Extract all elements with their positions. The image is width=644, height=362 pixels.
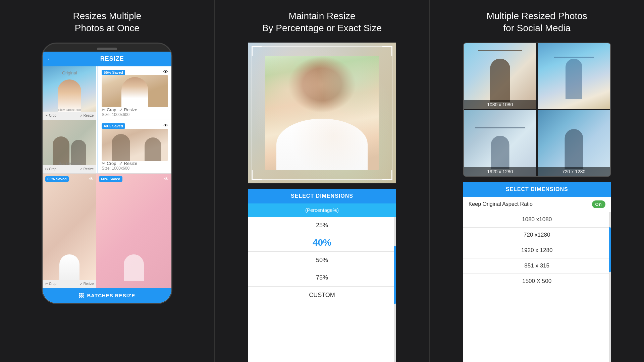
crop-btn-overlay-1[interactable]: ✂ Crop bbox=[102, 107, 116, 112]
photo-thumb-2: ✂ Crop ⤢ Resize Size: 5400x3200 bbox=[43, 120, 96, 173]
eye-icon-2[interactable]: 👁 bbox=[163, 123, 168, 128]
resize-btn-1a[interactable]: ⤢ Resize bbox=[80, 114, 94, 117]
resize-btn-overlay-2[interactable]: ⤢ Resize bbox=[119, 161, 138, 166]
batches-label: BATCHES RESIZE bbox=[87, 293, 135, 298]
crop-photo-inner bbox=[265, 56, 379, 170]
social-photo-3: 1920 x 1280 bbox=[464, 110, 536, 176]
scrollbar-track-3 bbox=[609, 212, 611, 362]
photo-thumb-3: 60% Saved 👁 ✂ Crop ⤢ Resize bbox=[43, 174, 96, 288]
photo-thumb-1: Original ✂ Crop ⤢ Resize Size: 3400x1800 bbox=[43, 66, 96, 120]
eye-icon-3-right[interactable]: 👁 bbox=[164, 176, 169, 182]
crop-frame-background bbox=[248, 43, 396, 183]
social-photo-2 bbox=[538, 43, 610, 109]
select-dim-label-3: SELECT DIMENSIONS bbox=[506, 186, 568, 192]
overlay-detail-2: 40% Saved 👁 ✂ Crop ⤢ Resize Size: 1000x6… bbox=[98, 120, 171, 173]
size-overlay-1: Size: 1000x600 bbox=[102, 112, 168, 117]
photo-label-3: 1920 x 1280 bbox=[464, 167, 536, 176]
photo-label-4: 720 x 1280 bbox=[538, 167, 610, 176]
social-photo-1: 1080 x 1080 bbox=[464, 43, 536, 109]
select-dimensions-label: SELECT DIMENSIONS bbox=[291, 193, 353, 199]
select-dim-bar-3[interactable]: SELECT DIMENSIONS bbox=[463, 182, 611, 197]
photo-label-1: 1080 x 1080 bbox=[464, 100, 536, 109]
scrollbar-thumb[interactable] bbox=[394, 246, 396, 304]
phone-mockup: ← RESIZE Original ✂ Crop ⤢ Resize Si bbox=[42, 43, 172, 304]
social-photo-4: 720 x 1280 bbox=[538, 110, 610, 176]
percentage-bar[interactable]: (Percentage%) bbox=[248, 203, 396, 217]
panel-2-title: Maintain Resize By Percentage or Exact S… bbox=[262, 10, 382, 35]
phone-screen: ← RESIZE Original ✂ Crop ⤢ Resize Si bbox=[43, 52, 171, 303]
crop-resize-row-2: ✂ Crop ⤢ Resize bbox=[102, 161, 168, 166]
photo-list: Original ✂ Crop ⤢ Resize Size: 3400x1800… bbox=[43, 66, 171, 288]
silhouette-arms-1 bbox=[478, 50, 522, 51]
resize-btn-3a[interactable]: ⤢ Resize bbox=[80, 282, 94, 286]
size-overlay-2: Size: 1000x600 bbox=[102, 166, 168, 171]
dim-item-25[interactable]: 25% bbox=[248, 217, 396, 234]
dim-item-custom[interactable]: CUSTOM bbox=[248, 287, 396, 304]
eye-icon-1[interactable]: 👁 bbox=[163, 69, 168, 74]
table-row: Original ✂ Crop ⤢ Resize Size: 3400x1800… bbox=[43, 66, 171, 120]
back-icon[interactable]: ← bbox=[47, 55, 53, 63]
size-label-2a: Size: 5400x3200 bbox=[43, 162, 96, 165]
dim-item-3-1080[interactable]: 1080 x1080 bbox=[463, 212, 611, 228]
dim-item-3-1920[interactable]: 1920 x 1280 bbox=[463, 243, 611, 258]
phone-speaker bbox=[97, 48, 117, 50]
percentage-label: (Percentage%) bbox=[305, 207, 339, 213]
aspect-ratio-label: Keep Original Aspect Ratio bbox=[469, 201, 533, 207]
dim-item-40[interactable]: 40% bbox=[248, 234, 396, 252]
app-header: ← RESIZE bbox=[43, 52, 171, 66]
panel-2: Maintain Resize By Percentage or Exact S… bbox=[214, 0, 430, 362]
dim-item-50[interactable]: 50% bbox=[248, 252, 396, 269]
dim-item-75[interactable]: 75% bbox=[248, 269, 396, 287]
panel-1-title: Resizes Multiple Photos at Once bbox=[73, 10, 141, 35]
silhouette-4 bbox=[565, 129, 583, 169]
resize-btn-2a[interactable]: ⤢ Resize bbox=[80, 167, 94, 171]
batch-icon: 🖼 bbox=[79, 293, 84, 298]
batches-bar[interactable]: 🖼 BATCHES RESIZE bbox=[43, 288, 171, 303]
select-dimensions-bar[interactable]: SELECT DIMENSIONS bbox=[248, 189, 396, 203]
table-row: 60% Saved 👁 ✂ Crop ⤢ Resize 60% Saved 👁 bbox=[43, 174, 171, 288]
overlay-detail-1: 55% Saved 👁 ✂ Crop ⤢ Resize Size: 1000x6… bbox=[98, 66, 171, 120]
dimension-list: 25% 40% 50% 75% CUSTOM bbox=[248, 217, 396, 362]
app-title: RESIZE bbox=[57, 55, 167, 62]
size-label-1a: Size: 3400x1800 bbox=[43, 108, 96, 112]
dim-item-3-851[interactable]: 851 x 315 bbox=[463, 258, 611, 274]
dim-list-3: 1080 x1080 720 x1280 1920 x 1280 851 x 3… bbox=[463, 212, 611, 362]
original-label: Original bbox=[43, 69, 96, 77]
aspect-ratio-toggle[interactable]: On bbox=[592, 200, 605, 208]
eye-icon-3-left[interactable]: 👁 bbox=[89, 176, 94, 182]
panel-1: Resizes Multiple Photos at Once ← RESIZE… bbox=[0, 0, 214, 362]
panel-3: Multiple Resized Photos for Social Media… bbox=[430, 0, 644, 362]
crop-frame-container bbox=[248, 43, 396, 183]
social-media-grid: 1080 x 1080 1920 x 1280 720 x 1280 bbox=[463, 43, 611, 177]
resize-btn-overlay-1[interactable]: ⤢ Resize bbox=[119, 107, 138, 112]
scrollbar-thumb-3[interactable] bbox=[609, 227, 611, 272]
saved-badge-1: 55% Saved bbox=[102, 70, 125, 75]
scrollbar-track bbox=[394, 217, 396, 362]
dim-item-3-720[interactable]: 720 x1280 bbox=[463, 228, 611, 243]
aspect-ratio-bar: Keep Original Aspect Ratio On bbox=[463, 197, 611, 212]
crop-btn-3a[interactable]: ✂ Crop bbox=[45, 282, 56, 286]
crop-btn-1a[interactable]: ✂ Crop bbox=[45, 114, 56, 117]
crop-resize-row-1: ✂ Crop ⤢ Resize bbox=[102, 107, 168, 112]
silhouette-1 bbox=[490, 59, 510, 102]
crop-btn-2a[interactable]: ✂ Crop bbox=[45, 167, 56, 171]
saved-badge-3-right: 60% Saved bbox=[99, 176, 122, 182]
dim-item-3-1500[interactable]: 1500 X 500 bbox=[463, 274, 611, 289]
saved-badge-3-left: 60% Saved bbox=[45, 176, 68, 182]
crop-btn-overlay-2[interactable]: ✂ Crop bbox=[102, 161, 116, 166]
saved-badge-2: 40% Saved bbox=[102, 123, 125, 129]
table-row: ✂ Crop ⤢ Resize Size: 5400x3200 40% Save… bbox=[43, 120, 171, 174]
panel-3-title: Multiple Resized Photos for Social Media bbox=[486, 10, 587, 35]
